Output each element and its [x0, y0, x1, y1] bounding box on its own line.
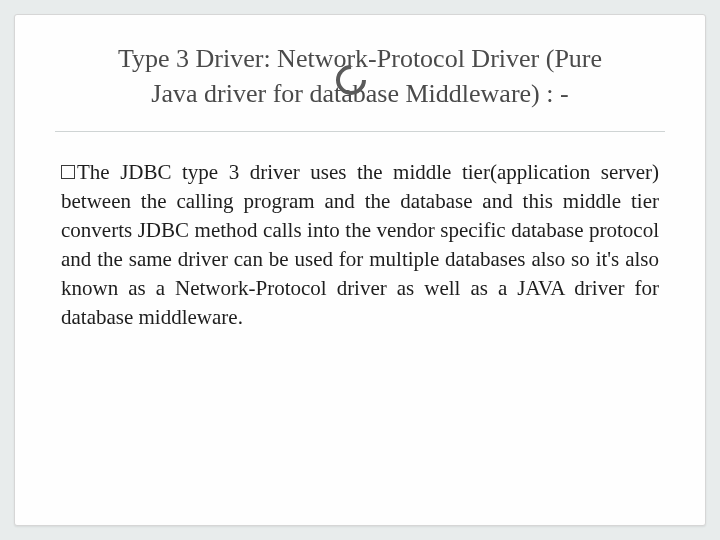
- body-content: The JDBC type 3 driver uses the middle t…: [55, 158, 665, 332]
- title-divider: [55, 131, 665, 132]
- body-text: The JDBC type 3 driver uses the middle t…: [61, 160, 659, 329]
- slide-title: Type 3 Driver: Network-Protocol Driver (…: [55, 41, 665, 111]
- square-bullet-icon: [61, 165, 75, 179]
- slide-card: Type 3 Driver: Network-Protocol Driver (…: [14, 14, 706, 526]
- body-paragraph: The JDBC type 3 driver uses the middle t…: [61, 158, 659, 332]
